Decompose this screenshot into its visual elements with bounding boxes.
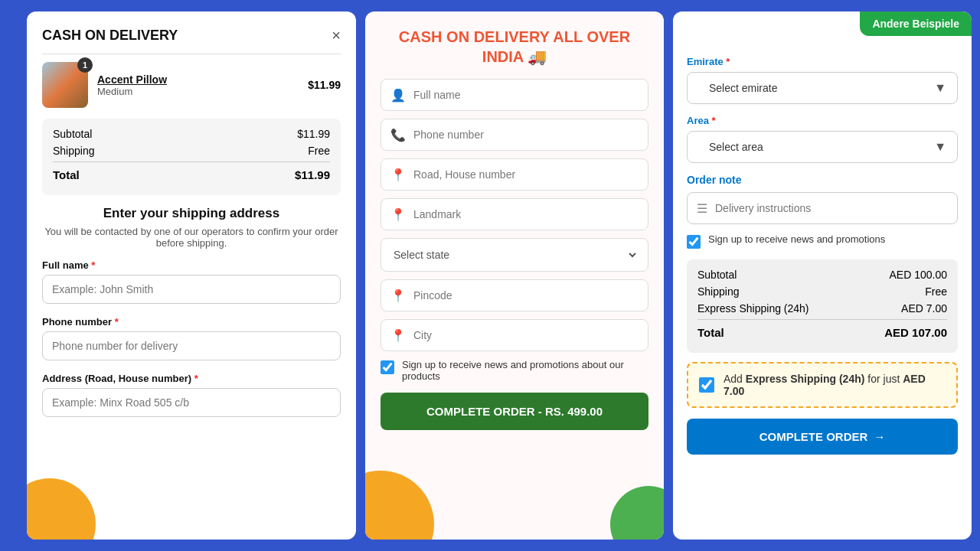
middle-panel: CASH ON DELIVERY ALL OVER INDIA 🚚 👤 📞 📍 … (365, 11, 664, 540)
phone-field: Phone number * (42, 316, 341, 370)
phone-label: Phone number * (42, 316, 341, 328)
close-button[interactable]: × (332, 27, 341, 44)
section-subtitle: You will be contacted by one of our oper… (42, 226, 341, 249)
r-subtotal-value: AED 100.00 (890, 269, 948, 281)
phone-input[interactable] (42, 331, 341, 360)
r-subtotal-row: Subtotal AED 100.00 (697, 269, 947, 281)
emirate-select-wrap: Select emirate ▼ (687, 72, 958, 104)
emirate-select-inner: Select emirate ▼ (688, 73, 957, 103)
subtotal-row: Subtotal $11.99 (53, 128, 330, 140)
shipping-row: Shipping Free (53, 145, 330, 157)
total-value: $11.99 (295, 168, 330, 181)
total-row: Total $11.99 (53, 161, 330, 181)
lines-icon: ☰ (697, 201, 707, 216)
r-express-row: Express Shipping (24h) AED 7.00 (697, 302, 947, 315)
mid-landmark-row: 📍 (381, 198, 648, 230)
right-signup-checkbox[interactable] (687, 235, 701, 249)
pin-icon: 📍 (390, 289, 406, 303)
summary-box: Subtotal $11.99 Shipping Free Total $11.… (42, 119, 341, 195)
product-variant: Medium (97, 86, 299, 97)
right-checkbox-row: Sign up to receive news and promotions (687, 233, 958, 249)
phone-icon: 📞 (390, 128, 406, 142)
r-express-value: AED 7.00 (901, 302, 947, 315)
mid-landmark-input[interactable] (413, 199, 639, 230)
landmark-icon: 📍 (390, 207, 406, 222)
product-price: $11.99 (308, 79, 341, 91)
express-shipping-box: Add Express Shipping (24h) for just AED … (687, 362, 958, 408)
mid-title: CASH ON DELIVERY ALL OVER INDIA 🚚 (381, 27, 648, 67)
mid-city-row: 📍 (381, 319, 648, 351)
shipping-label: Shipping (53, 145, 95, 157)
product-name: Accent Pillow (97, 73, 299, 86)
r-total-value: AED 107.00 (884, 326, 947, 339)
area-select[interactable]: Select area (698, 132, 934, 162)
mid-address-input[interactable] (413, 159, 639, 190)
right-summary-box: Subtotal AED 100.00 Shipping Free Expres… (687, 259, 958, 353)
right-checkbox-label: Sign up to receive news and promotions (708, 233, 885, 245)
right-complete-button[interactable]: COMPLETE ORDER → (687, 419, 958, 455)
fullname-input[interactable] (42, 275, 341, 304)
subtotal-label: Subtotal (53, 128, 92, 140)
mid-state-select[interactable]: Select state (390, 239, 639, 271)
mid-complete-button[interactable]: COMPLETE ORDER - Rs. 499.00 (381, 393, 648, 430)
mid-checkbox-label: Sign up to receive news and promotions a… (402, 359, 648, 382)
area-chevron-icon: ▼ (934, 140, 946, 154)
area-select-inner: Select area ▼ (688, 132, 957, 162)
product-info: Accent Pillow Medium (97, 73, 299, 97)
address-input[interactable] (42, 388, 341, 417)
r-express-label: Express Shipping (24h) (697, 302, 809, 315)
mid-deco-green (610, 486, 664, 540)
r-total-label: Total (697, 326, 724, 339)
deco-circle-orange (27, 478, 96, 540)
mid-pincode-row: 📍 (381, 279, 648, 311)
fullname-label: Full name * (42, 259, 341, 271)
r-shipping-row: Shipping Free (697, 285, 947, 298)
subtotal-value: $11.99 (297, 128, 330, 140)
r-subtotal-label: Subtotal (697, 269, 737, 281)
divider-top (42, 54, 341, 54)
order-note-title: Order note (687, 174, 958, 186)
city-icon: 📍 (390, 328, 406, 343)
arrow-icon: → (874, 430, 885, 443)
express-checkbox[interactable] (699, 377, 714, 393)
area-label: Area * (687, 115, 958, 126)
section-title: Enter your shipping address (42, 206, 341, 221)
emirate-label: Emirate * (687, 56, 958, 67)
right-panel: Andere Beispiele Emirate * Select emirat… (673, 11, 972, 540)
r-shipping-label: Shipping (697, 285, 740, 298)
product-image-wrap: 1 (42, 62, 88, 108)
address-label: Address (Road, House number) * (42, 373, 341, 384)
delivery-instructions-input[interactable] (715, 193, 948, 223)
area-select-wrap: Select area ▼ (687, 131, 958, 163)
location-icon: 📍 (390, 168, 406, 182)
mid-checkbox-row: Sign up to receive news and promotions a… (381, 359, 648, 382)
fullname-field: Full name * (42, 259, 341, 313)
r-total-row: Total AED 107.00 (697, 319, 947, 339)
mid-deco-orange (365, 471, 434, 540)
product-row: 1 Accent Pillow Medium $11.99 (42, 62, 341, 108)
mid-signup-checkbox[interactable] (381, 360, 394, 374)
product-badge: 1 (77, 57, 93, 73)
panel-title: CASH ON DELIVERY (42, 28, 178, 44)
mid-state-row: Select state (381, 238, 648, 272)
top-banner: Andere Beispiele (860, 11, 972, 36)
shipping-value: Free (308, 145, 330, 157)
mid-pincode-input[interactable] (413, 280, 639, 311)
order-note-row: ☰ (687, 192, 958, 224)
person-icon: 👤 (390, 88, 406, 103)
address-field: Address (Road, House number) * (42, 373, 341, 426)
express-text: Add Express Shipping (24h) for just AED … (724, 373, 946, 397)
mid-phone-row: 📞 (381, 119, 648, 151)
panel-header: CASH ON DELIVERY × (42, 27, 341, 44)
total-label: Total (53, 168, 80, 181)
mid-city-input[interactable] (413, 320, 639, 350)
mid-fullname-row: 👤 (381, 79, 648, 111)
mid-phone-input[interactable] (413, 119, 639, 150)
emirate-chevron-icon: ▼ (934, 81, 946, 95)
r-shipping-value: Free (925, 285, 947, 298)
emirate-select[interactable]: Select emirate (698, 73, 934, 103)
mid-fullname-input[interactable] (413, 80, 639, 110)
right-form-top: Emirate * Select emirate ▼ Area * Select… (687, 56, 958, 455)
mid-address-row: 📍 (381, 158, 648, 191)
left-panel: CASH ON DELIVERY × 1 Accent Pillow Mediu… (27, 11, 356, 540)
